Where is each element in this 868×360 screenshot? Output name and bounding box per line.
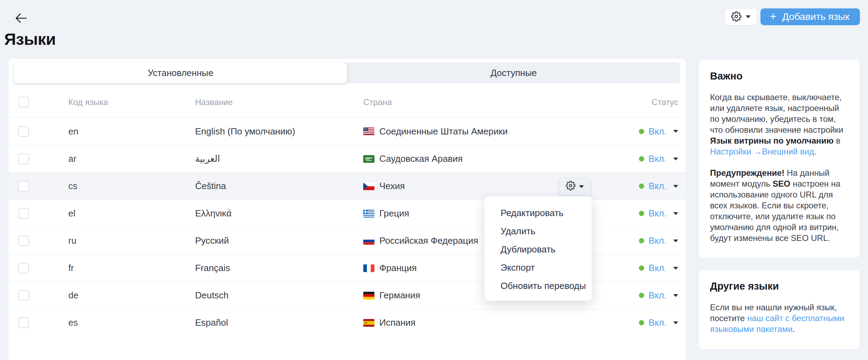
language-code-cell: cs — [68, 181, 195, 192]
status-dot-icon — [639, 156, 644, 161]
country-flag-icon — [363, 210, 374, 217]
row-checkbox[interactable] — [18, 290, 29, 301]
context-menu: РедактироватьУдалитьДублироватьЭкспортОб… — [484, 196, 592, 301]
sidebar-link[interactable]: Настройки →Внешний вид — [710, 147, 814, 156]
tab-available[interactable]: Доступные — [347, 62, 680, 83]
status-toggle[interactable]: Вкл. — [598, 153, 678, 164]
select-all-checkbox[interactable] — [18, 97, 29, 108]
status-chevron-down-icon — [673, 185, 678, 188]
status-label: Вкл. — [649, 208, 667, 219]
language-code-cell: es — [68, 317, 195, 328]
table-row[interactable]: es Español Испания Вкл. — [8, 309, 686, 336]
country-flag-icon — [363, 319, 374, 327]
country-name-cell: Чехия — [379, 181, 405, 192]
country-name-cell: Испания — [379, 317, 415, 328]
back-button[interactable] — [12, 9, 30, 27]
row-checkbox[interactable] — [18, 126, 29, 137]
country-flag-icon — [363, 155, 374, 163]
row-checkbox[interactable] — [18, 181, 29, 192]
page-title: Языки — [4, 29, 56, 49]
chevron-down-icon — [579, 185, 584, 188]
table-row[interactable]: cs Čeština Чехия Вкл. — [8, 172, 686, 200]
status-chevron-down-icon — [673, 240, 678, 242]
status-dot-icon — [639, 238, 644, 243]
language-name-cell: Español — [195, 317, 363, 328]
important-title: Важно — [710, 70, 848, 82]
country-flag-icon — [363, 292, 374, 299]
status-chevron-down-icon — [673, 130, 678, 133]
add-language-label: Добавить язык — [782, 11, 849, 22]
country-flag-icon — [363, 237, 374, 245]
language-name-cell: العربية — [195, 153, 363, 164]
language-code-cell: en — [68, 126, 195, 137]
status-toggle[interactable]: Вкл. — [598, 181, 678, 192]
sidebar-text: . — [814, 147, 817, 156]
sidebar-bold-text: SEO — [773, 179, 791, 188]
language-name-cell: English (По умолчанию) — [195, 126, 363, 137]
language-code-cell: fr — [68, 263, 195, 274]
status-dot-icon — [639, 129, 644, 134]
table-header: Код языка Название Страна Статус — [8, 83, 686, 118]
status-dot-icon — [639, 184, 644, 189]
status-toggle[interactable]: Вкл. — [598, 235, 678, 246]
status-chevron-down-icon — [673, 321, 678, 324]
status-toggle[interactable]: Вкл. — [598, 317, 678, 328]
country-flag-icon — [363, 182, 374, 190]
status-label: Вкл. — [649, 317, 667, 328]
settings-menu-button[interactable] — [725, 8, 757, 25]
add-language-button[interactable]: + Добавить язык — [760, 8, 860, 25]
column-header-status: Статус — [598, 97, 678, 107]
row-checkbox[interactable] — [18, 317, 29, 328]
country-name-cell: Российская Федерация — [379, 235, 478, 246]
row-checkbox[interactable] — [18, 235, 29, 246]
status-label: Вкл. — [649, 126, 667, 137]
context-menu-item[interactable]: Удалить — [484, 222, 592, 240]
language-code-cell: ar — [68, 153, 195, 164]
status-chevron-down-icon — [673, 294, 678, 297]
table-row[interactable]: ar العربية Саудовская Аравия Вкл. — [8, 145, 686, 172]
row-checkbox[interactable] — [18, 208, 29, 219]
status-label: Вкл. — [649, 263, 667, 274]
sidebar-text: Когда вы скрываете, выключаете, или удал… — [710, 92, 843, 134]
row-checkbox[interactable] — [18, 153, 29, 164]
other-languages-card: Другие языки Если вы не нашли нужный язы… — [698, 270, 860, 349]
country-name-cell: Германия — [379, 290, 420, 301]
status-toggle[interactable]: Вкл. — [598, 263, 678, 274]
chevron-down-icon — [746, 15, 751, 18]
sidebar-text: в — [834, 136, 840, 145]
status-chevron-down-icon — [673, 212, 678, 215]
status-dot-icon — [639, 320, 644, 325]
plus-icon: + — [770, 10, 777, 22]
status-label: Вкл. — [649, 290, 667, 301]
language-code-cell: el — [68, 208, 195, 219]
status-toggle[interactable]: Вкл. — [598, 126, 678, 137]
column-header-name: Название — [195, 97, 363, 107]
status-chevron-down-icon — [673, 158, 678, 160]
status-toggle[interactable]: Вкл. — [598, 290, 678, 301]
sidebar-bold-text: Предупреждение! — [710, 168, 785, 178]
column-header-code: Код языка — [68, 97, 195, 107]
status-toggle[interactable]: Вкл. — [598, 208, 678, 219]
row-settings-button[interactable] — [558, 178, 591, 196]
status-label: Вкл. — [649, 235, 667, 246]
language-name-cell: Français — [195, 263, 363, 274]
context-menu-item[interactable]: Дублировать — [484, 240, 592, 258]
important-card: Важно Когда вы скрываете, выключаете, ил… — [698, 60, 860, 258]
table-row[interactable]: en English (По умолчанию) Соединенные Шт… — [8, 118, 686, 145]
arrow-left-icon — [14, 13, 28, 24]
other-languages-paragraph: Если вы не нашли нужный язык, посетите н… — [710, 302, 848, 334]
status-dot-icon — [639, 265, 644, 271]
country-name-cell: Греция — [379, 208, 409, 219]
gear-icon — [731, 11, 742, 23]
important-paragraph-1: Когда вы скрываете, выключаете, или удал… — [710, 92, 848, 157]
context-menu-item[interactable]: Экспорт — [484, 258, 592, 277]
language-name-cell: Ελληνικά — [195, 208, 363, 219]
row-checkbox[interactable] — [18, 263, 29, 274]
country-flag-icon — [363, 127, 374, 135]
gear-icon — [566, 181, 576, 193]
country-name-cell: Саудовская Аравия — [379, 153, 463, 164]
context-menu-item[interactable]: Обновить переводы — [484, 277, 592, 295]
tab-installed[interactable]: Установленные — [14, 62, 347, 83]
context-menu-item[interactable]: Редактировать — [484, 204, 592, 222]
sidebar-text: настроен на использование одного URL для… — [710, 179, 840, 243]
